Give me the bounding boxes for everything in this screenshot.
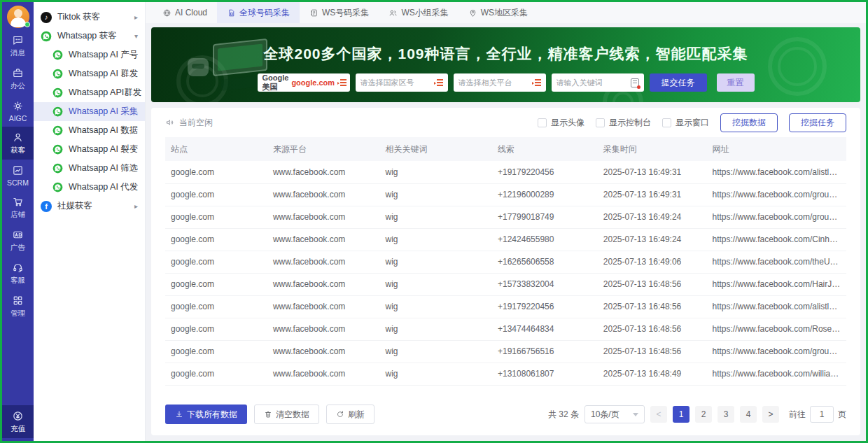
- sidebar-subitem[interactable]: Whatsapp AI 裂变: [34, 140, 145, 159]
- cell-platform: www.facebook.com: [267, 318, 380, 340]
- country-code-select[interactable]: 请选择国家区号: [356, 73, 448, 92]
- ads-icon: [12, 229, 24, 241]
- reset-button[interactable]: 重置: [717, 73, 755, 92]
- sidebar-subitem[interactable]: Whatsapp AI 代发: [34, 178, 145, 197]
- rail-item-office[interactable]: 办公: [2, 62, 34, 95]
- sidebar-subitem[interactable]: Whatsapp AI 群发: [34, 64, 145, 83]
- rail-item-manage[interactable]: 管理: [2, 290, 34, 323]
- status-row: 当前空闲 显示头像 显示控制台 显示窗口 挖掘数据 挖掘任务: [165, 108, 846, 137]
- table-row[interactable]: google.com www.facebook.com wig +1626560…: [165, 251, 846, 273]
- table-row[interactable]: google.com www.facebook.com wig +1916675…: [165, 340, 846, 363]
- table-row[interactable]: google.com www.facebook.com wig +1242465…: [165, 228, 846, 251]
- goto-page: 前往 页: [789, 406, 846, 423]
- cell-lead: +15733832004: [492, 273, 598, 295]
- cell-site: google.com: [165, 295, 267, 318]
- table-row[interactable]: google.com www.facebook.com wig +1917922…: [165, 161, 846, 183]
- chevron-down-icon: ▾: [134, 32, 138, 40]
- per-page-select[interactable]: 10条/页: [584, 405, 645, 423]
- submit-task-button[interactable]: 提交任务: [650, 73, 707, 92]
- group-icon: [388, 8, 398, 17]
- gear-icon: [12, 100, 24, 112]
- keyword-input[interactable]: [556, 78, 628, 87]
- cell-keyword: wig: [379, 161, 492, 183]
- checkbox-show-window[interactable]: 显示窗口: [662, 117, 709, 129]
- rail-item-support[interactable]: 客服: [2, 257, 34, 290]
- sim-card-icon: [227, 8, 236, 17]
- cell-site: google.com: [165, 318, 267, 340]
- online-status-dot: [24, 22, 30, 27]
- cell-url: https://www.facebook.com/groups/...: [706, 340, 846, 363]
- person-icon: [12, 132, 24, 143]
- goto-page-input[interactable]: [810, 406, 834, 423]
- page-button[interactable]: 1: [673, 406, 690, 423]
- table-row[interactable]: google.com www.facebook.com wig +1310806…: [165, 363, 846, 385]
- table-row[interactable]: google.com www.facebook.com wig +1347446…: [165, 318, 846, 340]
- table-row[interactable]: google.com www.facebook.com wig +1779901…: [165, 206, 846, 228]
- country-code-placeholder: 请选择国家区号: [360, 78, 431, 88]
- cell-lead: +12424655980: [492, 228, 598, 251]
- mine-task-button[interactable]: 挖掘任务: [789, 113, 846, 132]
- download-all-button[interactable]: 下载所有数据: [165, 405, 247, 424]
- cell-lead: +17799018749: [492, 206, 598, 228]
- tab-label: AI Cloud: [175, 8, 207, 17]
- grid-icon: [12, 295, 24, 307]
- refresh-label: 刷新: [348, 409, 365, 421]
- table-tools: 显示头像 显示控制台 显示窗口 挖掘数据 挖掘任务: [538, 113, 846, 132]
- sidebar-subitem[interactable]: Whatsapp AI 产号: [34, 45, 145, 64]
- cell-keyword: wig: [379, 363, 492, 385]
- rail-item-leads[interactable]: 获客: [2, 127, 34, 160]
- trash-icon: [264, 410, 272, 419]
- tab-ws-number[interactable]: WS号码采集: [300, 2, 379, 23]
- page-button[interactable]: 4: [740, 406, 757, 423]
- clear-label: 清空数据: [276, 409, 309, 421]
- rail-item-shop[interactable]: 店铺: [2, 191, 34, 224]
- tab-ai-cloud[interactable]: AI Cloud: [153, 2, 217, 23]
- briefcase-icon: [12, 67, 24, 79]
- tab-ws-group[interactable]: WS小组采集: [379, 2, 458, 23]
- table-row[interactable]: google.com www.facebook.com wig +1573383…: [165, 273, 846, 295]
- whatsapp-icon: [52, 125, 63, 136]
- page-button[interactable]: 3: [718, 406, 734, 423]
- sidebar-subitem[interactable]: Whatsapp AI 采集: [34, 102, 145, 121]
- cell-keyword: wig: [379, 340, 492, 363]
- table-row[interactable]: google.com www.facebook.com wig +1917922…: [165, 295, 846, 318]
- sidebar-subitem-label: Whatsapp AI 代发: [69, 181, 138, 193]
- cell-platform: www.facebook.com: [267, 206, 380, 228]
- platform-placeholder: 请选择相关平台: [458, 78, 529, 88]
- rail-item-messages[interactable]: 消息: [2, 29, 34, 62]
- checkbox-label: 显示窗口: [676, 117, 709, 129]
- cell-lead: +13474464834: [492, 318, 598, 340]
- column-header-platform: 来源平台: [267, 137, 380, 161]
- sidebar-subitem[interactable]: Whatsapp API群发: [34, 83, 145, 102]
- sidebar-subitem[interactable]: Whatsapp AI 数据: [34, 121, 145, 140]
- checkbox-show-avatar[interactable]: 显示头像: [538, 117, 584, 129]
- table-row[interactable]: google.com www.facebook.com wig +1219600…: [165, 183, 846, 206]
- sidebar-item-whatsapp[interactable]: Whatsapp 获客 ▾: [34, 27, 145, 45]
- rail-item-scrm[interactable]: SCRM: [2, 160, 34, 191]
- whatsapp-icon: [52, 182, 63, 193]
- chat-icon: [12, 34, 24, 46]
- rail-item-recharge[interactable]: 充值: [2, 405, 34, 438]
- tab-global-collect[interactable]: 全球号码采集: [217, 2, 300, 23]
- page-button[interactable]: 2: [695, 406, 712, 423]
- checkbox-label: 显示控制台: [609, 117, 651, 129]
- rail-item-ads[interactable]: 广告: [2, 224, 34, 257]
- banner-title: 全球200多个国家，109种语言，全行业，精准客户线索，智能匹配采集: [151, 44, 860, 64]
- checkbox-show-console[interactable]: 显示控制台: [596, 117, 651, 129]
- tab-ws-region[interactable]: WS地区采集: [458, 2, 538, 23]
- sidebar-item-social[interactable]: f 社媒获客 ▸: [34, 197, 145, 216]
- prev-page-button[interactable]: <: [650, 406, 667, 423]
- refresh-button[interactable]: 刷新: [326, 405, 374, 424]
- chevron-right-icon: ▸: [134, 202, 138, 210]
- platform-select[interactable]: 请选择相关平台: [454, 73, 546, 92]
- clear-data-button[interactable]: 清空数据: [254, 405, 319, 424]
- sidebar-item-tiktok[interactable]: ♪ Tiktok 获客 ▸: [34, 8, 145, 27]
- mine-data-button[interactable]: 挖掘数据: [720, 113, 778, 132]
- next-page-button[interactable]: >: [762, 406, 779, 423]
- site-select[interactable]: Google 美国 google.com: [258, 73, 350, 92]
- speaker-icon: [165, 118, 175, 127]
- user-avatar[interactable]: [7, 6, 29, 28]
- keyword-field-wrap: [552, 73, 644, 92]
- sidebar-subitem[interactable]: Whatsapp AI 筛选: [34, 159, 145, 178]
- rail-item-aigc[interactable]: AIGC: [2, 95, 34, 127]
